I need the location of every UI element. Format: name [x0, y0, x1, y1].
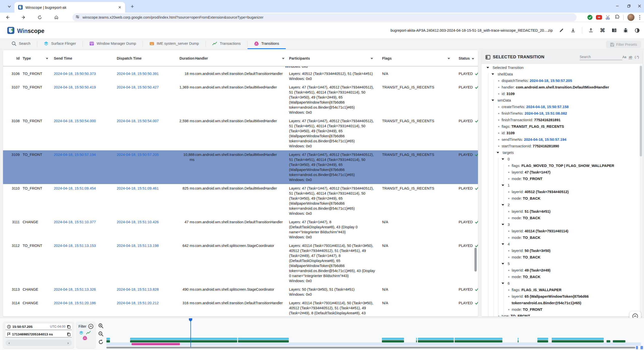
surface-flinger-trace-segment[interactable]: [238, 338, 289, 340]
filter-caret-icon[interactable]: [371, 58, 373, 59]
tab-ime-system-server-dump[interactable]: IME system_server Dump: [143, 39, 206, 49]
transactions-trace-segment[interactable]: [455, 340, 502, 342]
table-row-3113[interactable]: 3113CHANGE2024-04-18, 15:51:13.3262024-0…: [3, 285, 478, 299]
table-row-3110[interactable]: 3110TO_FRONT2024-04-18, 15:51:09.4542024…: [3, 184, 478, 218]
surface-flinger-trace-segment[interactable]: [537, 338, 548, 340]
dispatch-time-link[interactable]: 2024-04-18, 15:51:13.198: [117, 244, 159, 248]
dispatch-time-link[interactable]: 2024-04-18, 15:50:57.205: [117, 153, 159, 157]
match-word-toggle[interactable]: ab: [629, 55, 632, 59]
surface-flinger-trace-segment[interactable]: [418, 338, 454, 340]
tree-search-input[interactable]: [580, 54, 622, 60]
send-time-link[interactable]: 2024-04-18, 15:51:20.186: [54, 301, 96, 305]
forward-icon[interactable]: [20, 13, 28, 21]
tab-window-manager-dump[interactable]: Window Manager Dump: [83, 39, 143, 49]
tab-transitions[interactable]: Transitions: [248, 39, 286, 49]
browser-menu-icon[interactable]: [636, 14, 643, 21]
expand-caret-icon[interactable]: [497, 152, 499, 153]
download-icon[interactable]: [570, 28, 576, 33]
table-row-3106[interactable]: 3106TO_FRONT2024-04-18, 15:50:50.3732024…: [3, 69, 478, 83]
surface-flinger-trace-segment[interactable]: [382, 338, 404, 340]
expand-caret-icon[interactable]: [502, 185, 504, 186]
tab-surface-flinger[interactable]: Surface Flinger: [37, 39, 83, 49]
dispatch-time-link[interactable]: 2024-04-18, 15:50:54.007: [117, 119, 159, 123]
timeline-cursor[interactable]: [190, 319, 191, 347]
timeline-range-handle[interactable]: [640, 346, 643, 349]
dispatch-time-link[interactable]: 2024-04-18, 15:51:09.461: [117, 186, 159, 190]
send-time-link[interactable]: 2024-04-18, 15:50:54.000: [54, 119, 96, 123]
tree-node-6[interactable]: 6: [481, 280, 639, 287]
expand-caret-icon[interactable]: [492, 100, 494, 101]
send-time-link[interactable]: 2024-04-18, 15:50:50.419: [54, 85, 96, 89]
send-time-link[interactable]: 2024-04-18, 15:51:13.153: [54, 244, 96, 248]
surface-flinger-filter-icon[interactable]: [79, 331, 84, 335]
back-icon[interactable]: [4, 13, 12, 21]
expand-caret-icon[interactable]: [502, 204, 504, 206]
transactions-trace-segment[interactable]: [418, 340, 454, 342]
column-header-status[interactable]: Status: [454, 56, 477, 60]
timeline-cursor-handle[interactable]: [189, 318, 192, 322]
filter-presets-button[interactable]: Filter Presets: [606, 41, 641, 48]
ns-time-field[interactable]: 1713469857205164013 ns: [6, 331, 72, 337]
timeline-range-handle[interactable]: [636, 346, 638, 349]
table-scrollbar[interactable]: [474, 248, 477, 272]
dispatch-time-link[interactable]: 2024-04-18, 15:51:13.828: [117, 287, 159, 291]
table-row-3112[interactable]: 3112TO_FRONT2024-04-18, 15:51:13.1532024…: [3, 241, 478, 285]
surface-flinger-trace-segment[interactable]: [552, 338, 604, 340]
copy-time-icon[interactable]: [67, 325, 71, 329]
upload-icon[interactable]: [588, 28, 594, 33]
scissors-extension-icon[interactable]: [604, 14, 612, 21]
send-time-link[interactable]: 2024-04-18, 15:51:09.454: [54, 186, 96, 190]
zoom-in-button[interactable]: [97, 322, 105, 330]
send-time-link[interactable]: 2024-04-18, 15:50:50.373: [54, 72, 96, 76]
surface-flinger-trace-segment[interactable]: [416, 338, 417, 340]
shortcuts-icon[interactable]: ⌘: [600, 28, 605, 33]
table-row-3114[interactable]: 3114CHANGE2024-04-18, 15:51:20.1862024-0…: [3, 299, 478, 316]
window-close-button[interactable]: [635, 2, 644, 10]
surface-flinger-trace-segment[interactable]: [518, 338, 518, 340]
expand-caret-icon[interactable]: [502, 158, 504, 160]
dark-mode-toggle-icon[interactable]: [634, 28, 640, 33]
edit-icon[interactable]: [559, 28, 564, 33]
table-row-3109[interactable]: 3109TO_FRONT2024-04-18, 15:50:57.1942024…: [3, 150, 478, 184]
tree-node-shelldata[interactable]: shellData: [481, 71, 639, 77]
send-time-link[interactable]: 2024-04-18, 15:50:57.194: [54, 153, 96, 157]
dispatch-time-link[interactable]: 2024-04-18, 15:50:50.391: [117, 72, 159, 76]
column-header-handler[interactable]: Handler: [194, 56, 288, 60]
transactions-trace-segment[interactable]: [106, 340, 110, 342]
transactions-trace-segment[interactable]: [130, 340, 237, 342]
dispatch-time-link[interactable]: 2024-04-18, 15:51:20.212: [117, 301, 159, 305]
surface-flinger-trace-segment[interactable]: [130, 338, 237, 340]
documentation-icon[interactable]: [611, 28, 617, 33]
table-row-3107[interactable]: 3107TO_FRONT2024-04-18, 15:50:50.4192024…: [3, 83, 478, 117]
tree-node-wmdata[interactable]: wmData: [481, 97, 639, 104]
site-settings-icon[interactable]: [75, 15, 79, 20]
regex-toggle[interactable]: (.*): [635, 55, 639, 59]
tab-search[interactable]: Search: [5, 39, 37, 49]
report-bug-icon[interactable]: [623, 28, 628, 33]
prev-frame-button[interactable]: ‹: [9, 341, 10, 345]
transactions-trace-segment[interactable]: [537, 340, 548, 342]
transactions-trace-segment[interactable]: [552, 340, 604, 342]
expand-caret-icon[interactable]: [502, 224, 504, 225]
tree-node-3[interactable]: 3: [481, 221, 639, 228]
column-header-flags[interactable]: Flags: [377, 56, 454, 60]
transactions-trace-segment[interactable]: [238, 340, 289, 342]
address-bar[interactable]: winscope.teams.x20web.corp.google.com/pr…: [72, 13, 577, 21]
tree-node-5[interactable]: 5: [481, 260, 639, 267]
column-header-type[interactable]: Type: [22, 56, 52, 60]
transactions-trace-segment[interactable]: [416, 340, 417, 342]
human-time-field[interactable]: 15:50:57.205 UTC-04:00: [6, 324, 72, 330]
surface-flinger-trace-segment[interactable]: [106, 338, 110, 340]
expand-caret-icon[interactable]: [502, 263, 504, 265]
surface-flinger-trace-segment[interactable]: [455, 338, 502, 340]
tree-node-2[interactable]: 2: [481, 202, 639, 208]
column-header-participants[interactable]: Participants: [288, 56, 377, 60]
zoom-out-button[interactable]: [97, 330, 105, 338]
filter-caret-icon[interactable]: [282, 58, 285, 59]
extensions-puzzle-icon[interactable]: [613, 14, 621, 21]
transactions-filter-icon[interactable]: [86, 331, 91, 335]
expand-caret-icon[interactable]: [492, 73, 494, 75]
send-time-link[interactable]: 2024-04-18, 15:51:10.377: [54, 220, 96, 224]
extension-video-icon[interactable]: [595, 14, 603, 21]
tree-node-4[interactable]: 4: [481, 241, 639, 247]
